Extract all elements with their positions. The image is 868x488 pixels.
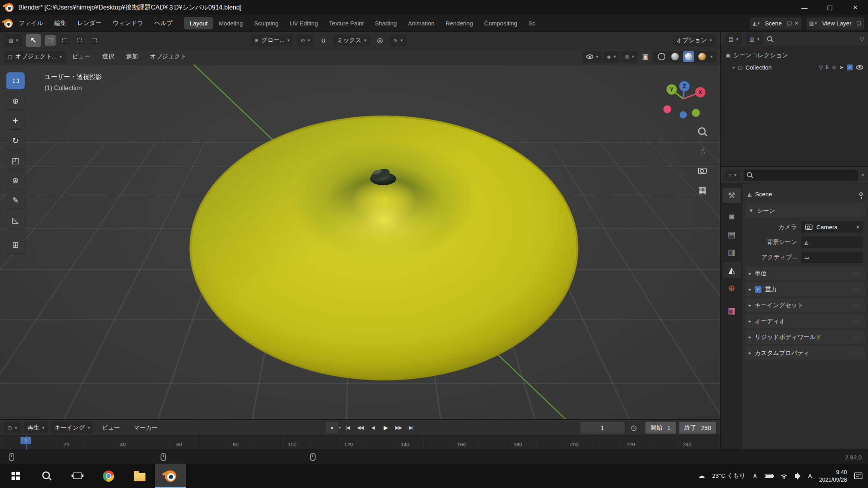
keying-dropdown[interactable]: キーイング▾ bbox=[51, 422, 93, 434]
active-clip-field[interactable]: ▭ bbox=[801, 252, 863, 263]
battery-icon[interactable] bbox=[765, 474, 773, 478]
tool-scale[interactable]: ◰ bbox=[6, 152, 25, 169]
properties-search-input[interactable] bbox=[756, 172, 855, 178]
exclude-checkbox[interactable]: ✓ bbox=[847, 64, 852, 70]
tab-tool-properties[interactable]: ⚒ bbox=[723, 188, 741, 203]
next-keyframe-button[interactable]: ▶▶ bbox=[392, 422, 404, 433]
file-explorer-taskbar-button[interactable] bbox=[124, 464, 155, 488]
tool-measure[interactable]: ◺ bbox=[6, 211, 25, 229]
hidden-icons-chevron[interactable]: ∧ bbox=[752, 472, 757, 480]
perspective-toggle-icon[interactable]: ▦ bbox=[698, 185, 707, 196]
panel-grip[interactable]: ∷∷ bbox=[853, 350, 862, 356]
timeline-menu-view[interactable]: ビュー bbox=[97, 422, 125, 434]
transform-orientation-dropdown[interactable]: ⊕グロー...▾ bbox=[251, 35, 293, 46]
custom-properties-section-header[interactable]: ▸ カスタムプロパティ ∷∷ bbox=[745, 346, 865, 360]
view-layer-browse-icon[interactable]: ▥▾ bbox=[809, 21, 817, 26]
tool-add-cube[interactable]: ⊞ bbox=[6, 236, 25, 253]
object-visibility-dropdown[interactable]: ▾ bbox=[583, 51, 602, 63]
menu-view[interactable]: ビュー bbox=[67, 51, 95, 63]
tab-uv-editing[interactable]: UV Editing bbox=[284, 17, 324, 29]
playhead-frame-label[interactable]: 1 bbox=[20, 437, 31, 444]
tool-annotate[interactable]: ✎ bbox=[6, 192, 25, 209]
timeline-ruler[interactable]: 20 40 60 80 100 120 140 160 180 200 220 … bbox=[0, 435, 720, 449]
taskbar-clock[interactable]: 9:40 2021/09/28 bbox=[819, 469, 847, 483]
tab-render-properties[interactable]: ◙ bbox=[723, 209, 741, 225]
filter-options-caret[interactable]: ▾ bbox=[862, 172, 864, 178]
display-mode-dropdown[interactable]: ▥▾ bbox=[746, 33, 763, 45]
tab-layout[interactable]: Layout bbox=[184, 17, 213, 29]
view-layer-selector[interactable]: ▥▾ View Layer ❏ bbox=[806, 17, 864, 29]
select-mode-tweak[interactable] bbox=[45, 35, 56, 46]
active-tool-button[interactable]: ↖ bbox=[26, 34, 41, 47]
scene-name[interactable]: Scene bbox=[762, 20, 784, 27]
editor-type-outliner-dropdown[interactable]: ▤▾ bbox=[725, 33, 742, 45]
cymbal-object[interactable] bbox=[190, 116, 578, 380]
frame-start-field[interactable]: 開始1 bbox=[645, 422, 676, 434]
shading-wireframe-button[interactable] bbox=[656, 51, 667, 62]
gravity-section-header[interactable]: ▸ ✓ 重力 ∷∷ bbox=[745, 282, 865, 296]
wifi-icon[interactable] bbox=[780, 473, 788, 479]
play-reverse-button[interactable]: ◀ bbox=[367, 422, 379, 433]
blender-menu-icon[interactable] bbox=[4, 19, 13, 28]
viewport-3d[interactable]: ユーザー・透視投影 (1) Collection ⊕ + ↻ ◰ ⊛ ✎ ◺ ⊞ bbox=[0, 64, 720, 419]
units-section-header[interactable]: ▸ 単位 ∷∷ bbox=[745, 266, 865, 281]
menu-object[interactable]: オブジェクト bbox=[145, 51, 192, 63]
chrome-taskbar-button[interactable] bbox=[93, 464, 124, 488]
current-frame-field[interactable]: 1 bbox=[580, 422, 625, 434]
auto-keying-record-button[interactable]: ● bbox=[326, 422, 338, 433]
navigation-gizmo[interactable]: Y Z X bbox=[657, 73, 709, 125]
tab-shading[interactable]: Shading bbox=[369, 17, 402, 29]
menu-edit[interactable]: 編集 bbox=[49, 17, 71, 29]
minimize-button[interactable]: — bbox=[792, 0, 817, 15]
tab-rendering[interactable]: Rendering bbox=[440, 17, 479, 29]
playback-dropdown[interactable]: 再生▾ bbox=[24, 422, 48, 434]
proportional-falloff-dropdown[interactable]: ∿▾ bbox=[390, 35, 406, 46]
scene-canvas[interactable] bbox=[0, 64, 720, 419]
tab-scripting[interactable]: Sc bbox=[523, 17, 539, 29]
tab-scene-properties[interactable]: ◭ bbox=[723, 262, 741, 278]
tab-compositing[interactable]: Compositing bbox=[479, 17, 523, 29]
scene-selector[interactable]: ◭▾ Scene ❏ ✕ bbox=[750, 17, 802, 29]
tab-world-properties[interactable]: ⊕ bbox=[723, 280, 741, 296]
panel-grip[interactable]: ∷∷ bbox=[853, 287, 862, 292]
outliner-search-icon[interactable] bbox=[767, 36, 773, 42]
new-view-layer-icon[interactable]: ❏ bbox=[856, 21, 861, 26]
audio-section-header[interactable]: ▸ オーディオ ∷∷ bbox=[745, 314, 865, 328]
panel-grip[interactable]: ∷∷ bbox=[853, 302, 862, 308]
scene-collection-row[interactable]: ▣ シーンコレクション bbox=[723, 49, 866, 61]
mode-dropdown[interactable]: ▢オブジェクト...▾ bbox=[4, 51, 65, 63]
keying-sets-section-header[interactable]: ▸ キーイングセット ∷∷ bbox=[745, 298, 865, 312]
volume-icon[interactable] bbox=[795, 474, 798, 478]
tab-texture-properties[interactable]: ▦ bbox=[723, 303, 741, 319]
blender-taskbar-button[interactable] bbox=[155, 464, 186, 488]
menu-help[interactable]: ヘルプ bbox=[149, 17, 178, 29]
filter-icon[interactable]: ▽ bbox=[819, 65, 823, 70]
panel-grip[interactable]: ∷∷ bbox=[853, 208, 862, 214]
jump-to-end-button[interactable]: ▶| bbox=[405, 422, 417, 433]
tool-rotate[interactable]: ↻ bbox=[6, 132, 25, 149]
use-preview-range-icon[interactable]: ◷ bbox=[628, 422, 640, 434]
weather-cloud-icon[interactable]: ☁ bbox=[698, 472, 705, 480]
select-mode-extend[interactable] bbox=[60, 35, 70, 46]
camera-unlink-icon[interactable]: ✕ bbox=[856, 224, 860, 230]
proportional-editing-toggle[interactable]: ◎ bbox=[374, 35, 386, 46]
tab-output-properties[interactable]: ▤ bbox=[723, 227, 741, 242]
editor-type-timeline-dropdown[interactable]: ◷▾ bbox=[4, 422, 21, 434]
frame-end-field[interactable]: 終了250 bbox=[679, 422, 716, 434]
gravity-checkbox[interactable]: ✓ bbox=[755, 286, 761, 293]
ime-indicator[interactable]: A bbox=[808, 473, 812, 479]
options-dropdown[interactable]: オプション▾ bbox=[673, 35, 715, 46]
menu-render[interactable]: レンダー bbox=[72, 17, 107, 29]
pivot-point-dropdown[interactable]: ⊙▾ bbox=[297, 35, 313, 46]
panel-grip[interactable]: ∷∷ bbox=[853, 271, 862, 277]
scene-browse-icon[interactable]: ◭▾ bbox=[753, 21, 760, 26]
close-button[interactable]: ✕ bbox=[843, 0, 868, 15]
tool-transform[interactable]: ⊛ bbox=[6, 172, 25, 189]
pin-icon[interactable] bbox=[859, 192, 863, 196]
gizmos-dropdown[interactable]: ◈▾ bbox=[603, 51, 620, 63]
menu-select[interactable]: 選択 bbox=[97, 51, 119, 63]
background-scene-field[interactable]: ◭ bbox=[801, 236, 863, 248]
hide-in-viewport-eye-icon[interactable] bbox=[856, 65, 863, 70]
editor-type-3d-dropdown[interactable]: ▧▾ bbox=[5, 35, 22, 46]
camera-field[interactable]: Camera ✕ bbox=[801, 221, 863, 233]
